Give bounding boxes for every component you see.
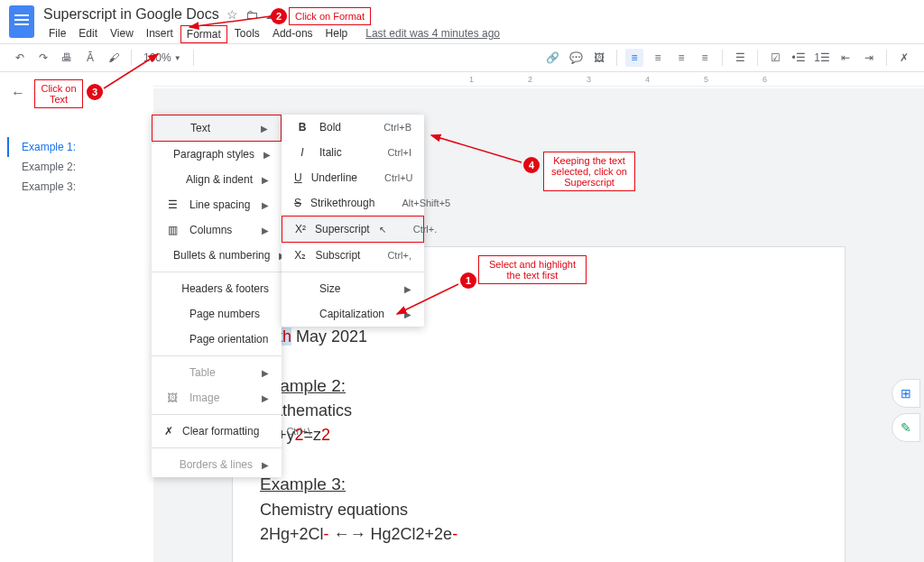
outline-item-2[interactable]: Example 2:	[7, 157, 137, 177]
horizontal-ruler[interactable]: 123 456	[153, 72, 924, 87]
link-button[interactable]: 🔗	[543, 49, 561, 67]
bulleted-list-button[interactable]: •☰	[790, 49, 808, 67]
callout-num-2: 2	[271, 8, 287, 24]
text-superscript-item[interactable]: X²Superscript↖Ctrl+.	[282, 216, 424, 243]
text-italic-item[interactable]: IItalicCtrl+I	[282, 140, 424, 165]
strikethrough-icon: S	[294, 197, 301, 209]
format-image-item: 🖼Image▶	[152, 385, 282, 410]
columns-icon: ▥	[164, 224, 180, 236]
format-columns-item[interactable]: ▥Columns▶	[152, 217, 282, 243]
toolbar: ↶ ↷ 🖶 Ā 🖌 100% ▼ 🔗 💬 🖼 ≡ ≡ ≡ ≡ ☰ ☑ •☰ 1☰…	[0, 43, 924, 72]
format-line-spacing-item[interactable]: ☰Line spacing▶	[152, 192, 282, 217]
decrease-indent-button[interactable]: ⇤	[836, 49, 855, 67]
format-bullets-item[interactable]: Bullets & numbering▶	[152, 243, 282, 268]
outline-item-1[interactable]: Example 1:	[7, 137, 137, 157]
text-strikethrough-item[interactable]: SStrikethroughAlt+Shift+5	[282, 190, 424, 216]
format-paragraph-item[interactable]: Paragraph styles▶	[152, 142, 282, 167]
checklist-button[interactable]: ☑	[766, 49, 784, 67]
zoom-select[interactable]: 100% ▼	[140, 51, 185, 64]
menu-addons[interactable]: Add-ons	[267, 25, 319, 43]
text-mathematics[interactable]: Mathematics	[260, 399, 827, 423]
menu-edit[interactable]: Edit	[73, 25, 103, 43]
clear-formatting-button[interactable]: ✗	[895, 49, 913, 67]
format-text-item[interactable]: Text▶	[152, 115, 282, 142]
suggesting-button[interactable]: ✎	[892, 413, 920, 442]
print-button[interactable]: 🖶	[58, 49, 76, 67]
superscript-icon: X²	[295, 223, 306, 235]
cursor-icon: ↖	[379, 225, 386, 235]
menu-tools[interactable]: Tools	[229, 25, 265, 43]
callout-num-4: 4	[523, 157, 540, 173]
redo-button[interactable]: ↷	[34, 49, 52, 67]
menu-file[interactable]: File	[43, 25, 71, 43]
callout-3: Click on Text	[34, 79, 83, 108]
last-edit-link[interactable]: Last edit was 4 minutes ago	[365, 25, 500, 43]
heading-example-3[interactable]: Example 3:	[260, 472, 827, 498]
text-bold-item[interactable]: BBoldCtrl+B	[282, 115, 424, 140]
text-capitalization-item[interactable]: Capitalization▶	[282, 301, 424, 327]
star-icon[interactable]: ☆	[226, 7, 238, 22]
text-subscript-item[interactable]: X₂SubscriptCtrl+,	[282, 243, 424, 268]
menu-view[interactable]: View	[105, 25, 139, 43]
align-left-button[interactable]: ≡	[625, 49, 643, 67]
format-dropdown-menu: Text▶ Paragraph styles▶ Align & indent▶ …	[152, 115, 282, 477]
paint-format-button[interactable]: 🖌	[105, 49, 123, 67]
line-spacing-icon: ☰	[164, 198, 180, 211]
text-underline-item[interactable]: UUnderlineCtrl+U	[282, 165, 424, 190]
format-clear-item[interactable]: ✗Clear formattingCtrl+\	[152, 419, 282, 444]
callout-2: Click on Format	[289, 7, 371, 25]
undo-button[interactable]: ↶	[11, 49, 29, 67]
menu-insert[interactable]: Insert	[141, 25, 179, 43]
image-icon: 🖼	[164, 392, 180, 404]
text-date-value[interactable]: 15th May 2021	[260, 325, 827, 349]
align-right-button[interactable]: ≡	[672, 49, 690, 67]
bold-icon: B	[294, 121, 310, 134]
callout-num-3: 3	[87, 84, 103, 100]
numbered-list-button[interactable]: 1☰	[813, 49, 831, 67]
line-spacing-button[interactable]: ☰	[731, 49, 749, 67]
text-dropdown-menu: BBoldCtrl+B IItalicCtrl+I UUnderlineCtrl…	[282, 115, 424, 327]
format-align-item[interactable]: Align & indent▶	[152, 167, 282, 192]
text-chemistry[interactable]: Chemistry equations	[260, 498, 827, 522]
subscript-icon: X₂	[294, 249, 306, 262]
clear-format-icon: ✗	[164, 425, 173, 438]
add-comment-button[interactable]: ⊞	[892, 379, 920, 408]
image-insert-button[interactable]: 🖼	[590, 49, 608, 67]
move-icon[interactable]: 🗀	[245, 7, 258, 22]
format-page-numbers-item[interactable]: Page numbers	[152, 301, 282, 327]
heading-example-2[interactable]: Example 2:	[260, 373, 827, 400]
text-chem-equation[interactable]: 2Hg+2Cl- ←→ Hg2Cl2+2e-	[260, 522, 827, 547]
outline-item-3[interactable]: Example 3:	[7, 177, 137, 197]
format-borders-item: Borders & lines▶	[152, 452, 282, 477]
callout-4: Keeping the text selected, click on Supe…	[543, 152, 635, 191]
text-size-item[interactable]: Size▶	[282, 276, 424, 301]
callout-num-1: 1	[460, 272, 476, 289]
format-headers-item[interactable]: Headers & footers	[152, 276, 282, 301]
docs-logo-icon[interactable]	[9, 5, 34, 38]
menu-help[interactable]: Help	[320, 25, 354, 43]
underline-icon: U	[294, 171, 302, 184]
format-page-orientation-item[interactable]: Page orientation	[152, 327, 282, 352]
comment-button[interactable]: 💬	[567, 49, 585, 67]
callout-1: Select and highlight the text first	[478, 255, 587, 284]
outline-panel: ← Example 1: Example 2: Example 3:	[0, 72, 144, 562]
format-table-item: Table▶	[152, 360, 282, 385]
text-equation[interactable]: x2+y2=z2	[260, 423, 827, 447]
italic-icon: I	[294, 146, 310, 159]
increase-indent-button[interactable]: ⇥	[860, 49, 878, 67]
spellcheck-button[interactable]: Ā	[81, 49, 99, 67]
menu-format[interactable]: Format	[180, 25, 227, 43]
document-title[interactable]: Superscript in Google Docs	[43, 6, 219, 23]
align-justify-button[interactable]: ≡	[696, 49, 714, 67]
align-center-button[interactable]: ≡	[649, 49, 667, 67]
